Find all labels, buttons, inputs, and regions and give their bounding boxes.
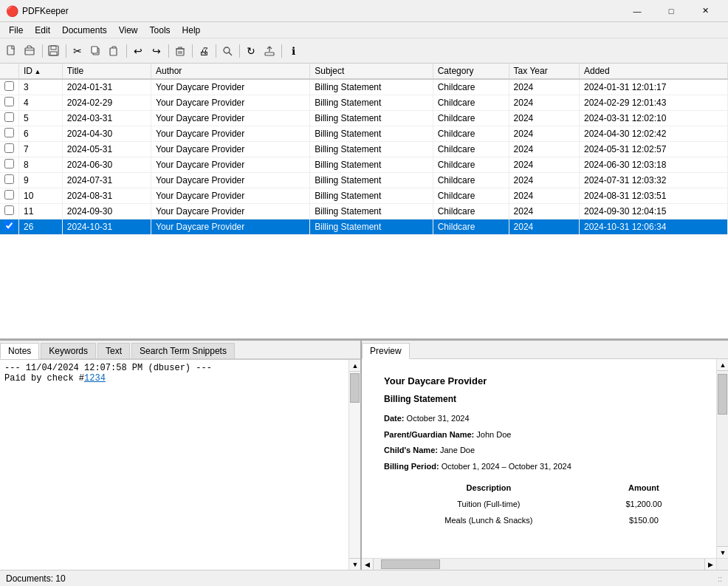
row-checkbox[interactable]	[4, 174, 14, 184]
col-header-subject[interactable]: Subject	[310, 64, 433, 79]
notes-check-link[interactable]: 1234	[84, 373, 106, 384]
notes-vscrollbar[interactable]: ▲ ▼	[348, 360, 360, 570]
tab-keywords[interactable]: Keywords	[41, 343, 96, 358]
table-cell: 10	[19, 188, 63, 204]
tb-find-button[interactable]	[219, 42, 236, 60]
svg-line-10	[229, 52, 232, 55]
table-cell: 9	[19, 173, 63, 188]
preview-vscrollbar[interactable]: ▲ ▼	[716, 359, 728, 558]
document-list-area: ID Title Author Subject Category Tax Yea…	[0, 64, 728, 341]
tab-preview[interactable]: Preview	[362, 343, 410, 359]
preview-hthumb[interactable]	[381, 559, 440, 569]
row-checkbox-cell	[0, 157, 19, 173]
row-checkbox[interactable]	[4, 205, 14, 215]
table-cell: 2024-10-31	[62, 219, 151, 235]
table-scroll[interactable]: ID Title Author Subject Category Tax Yea…	[0, 64, 728, 338]
preview-scroll-left[interactable]: ◀	[362, 559, 374, 570]
menu-edit[interactable]: Edit	[29, 24, 56, 37]
tb-info-button[interactable]: ℹ	[284, 42, 302, 60]
table-cell: 6	[19, 126, 63, 142]
tab-notes[interactable]: Notes	[0, 343, 39, 359]
table-row[interactable]: 82024-06-30Your Daycare ProviderBilling …	[0, 157, 728, 173]
row-checkbox[interactable]	[4, 159, 14, 168]
preview-document: Your Daycare Provider Billing Statement …	[362, 359, 716, 543]
row-checkbox[interactable]	[4, 81, 14, 91]
documents-count: 10	[55, 573, 65, 584]
table-row[interactable]: 262024-10-31Your Daycare ProviderBilling…	[0, 219, 728, 235]
menu-file[interactable]: File	[3, 24, 29, 37]
preview-scroll-right[interactable]: ▶	[704, 559, 716, 570]
preview-scroll-up[interactable]: ▲	[717, 359, 728, 371]
table-cell: Childcare	[433, 204, 509, 219]
maximize-button[interactable]: □	[654, 0, 688, 22]
col-header-category[interactable]: Category	[433, 64, 509, 79]
tb-cut-button[interactable]: ✂	[69, 42, 86, 60]
notes-text-area[interactable]: --- 11/04/2024 12:07:58 PM (dbuser) --- …	[0, 360, 348, 570]
col-header-author[interactable]: Author	[151, 64, 309, 79]
table-cell: Billing Statement	[310, 157, 433, 173]
preview-period-value: October 1, 2024 – October 31, 2024	[442, 462, 571, 471]
preview-vthumb[interactable]	[718, 374, 727, 415]
table-cell: Childcare	[433, 142, 509, 157]
table-cell: 2024	[509, 188, 579, 204]
tb-print-button[interactable]: 🖨	[195, 42, 213, 60]
document-table: ID Title Author Subject Category Tax Yea…	[0, 64, 728, 235]
table-cell: 2024	[509, 173, 579, 188]
col-header-checkbox[interactable]	[0, 64, 19, 79]
row-checkbox[interactable]	[4, 221, 14, 231]
table-cell: 5	[19, 111, 63, 126]
table-row[interactable]: 102024-08-31Your Daycare ProviderBilling…	[0, 188, 728, 204]
tb-redo-button[interactable]: ↪	[148, 42, 165, 60]
tb-upload-button[interactable]	[261, 42, 278, 60]
preview-hscrollbar[interactable]: ◀ ▶	[362, 558, 716, 570]
tb-undo-button[interactable]: ↩	[129, 42, 147, 60]
row-checkbox[interactable]	[4, 128, 14, 137]
preview-vtrack	[717, 371, 728, 546]
close-button[interactable]: ✕	[688, 0, 722, 22]
menu-view[interactable]: View	[113, 24, 144, 37]
tb-copy-button[interactable]	[87, 42, 105, 60]
col-header-taxyear[interactable]: Tax Year	[509, 64, 579, 79]
tab-text[interactable]: Text	[97, 343, 130, 358]
minimize-button[interactable]: —	[620, 0, 654, 22]
table-row[interactable]: 52024-03-31Your Daycare ProviderBilling …	[0, 111, 728, 126]
table-row[interactable]: 62024-04-30Your Daycare ProviderBilling …	[0, 126, 728, 142]
col-header-title[interactable]: Title	[62, 64, 151, 79]
table-cell: 26	[19, 219, 63, 235]
table-row[interactable]: 92024-07-31Your Daycare ProviderBilling …	[0, 173, 728, 188]
scroll-up-arrow[interactable]: ▲	[349, 360, 360, 372]
tb-save-button[interactable]	[45, 42, 63, 60]
tb-delete-button[interactable]	[171, 42, 189, 60]
preview-child-value: Jane Doe	[440, 446, 475, 454]
row-checkbox[interactable]	[4, 112, 14, 122]
tb-open-button[interactable]	[21, 42, 39, 60]
preview-scroll-down[interactable]: ▼	[717, 546, 728, 558]
col-header-id[interactable]: ID	[19, 64, 63, 79]
menu-documents[interactable]: Documents	[56, 24, 113, 37]
row-checkbox[interactable]	[4, 97, 14, 106]
table-cell: Childcare	[433, 188, 509, 204]
row-checkbox-cell	[0, 219, 19, 235]
tb-paste-button[interactable]	[106, 42, 123, 60]
preview-date-value: October 31, 2024	[407, 414, 470, 423]
table-cell: Billing Statement	[310, 173, 433, 188]
scroll-down-arrow[interactable]: ▼	[349, 558, 360, 570]
menu-tools[interactable]: Tools	[144, 24, 176, 37]
tab-search-term-snippets[interactable]: Search Term Snippets	[131, 343, 235, 358]
row-checkbox[interactable]	[4, 143, 14, 153]
row-checkbox-cell	[0, 173, 19, 188]
col-header-added[interactable]: Added	[579, 64, 727, 79]
table-row[interactable]: 32024-01-31Your Daycare ProviderBilling …	[0, 79, 728, 95]
menu-help[interactable]: Help	[176, 24, 207, 37]
table-cell: Billing Statement	[310, 79, 433, 95]
table-row[interactable]: 42024-02-29Your Daycare ProviderBilling …	[0, 95, 728, 111]
tb-new-button[interactable]	[3, 42, 21, 60]
tb-refresh-button[interactable]: ↻	[242, 42, 260, 60]
toolbar: ✂ ↩ ↪ 🖨 ↻ ℹ	[0, 38, 728, 64]
table-row[interactable]: 72024-05-31Your Daycare ProviderBilling …	[0, 142, 728, 157]
table-row[interactable]: 112024-09-30Your Daycare ProviderBilling…	[0, 204, 728, 219]
table-cell: 2024-04-30 12:02:42	[579, 126, 727, 142]
preview-child-label: Child's Name:	[384, 446, 438, 454]
row-checkbox[interactable]	[4, 190, 14, 200]
scroll-thumb[interactable]	[350, 373, 360, 403]
